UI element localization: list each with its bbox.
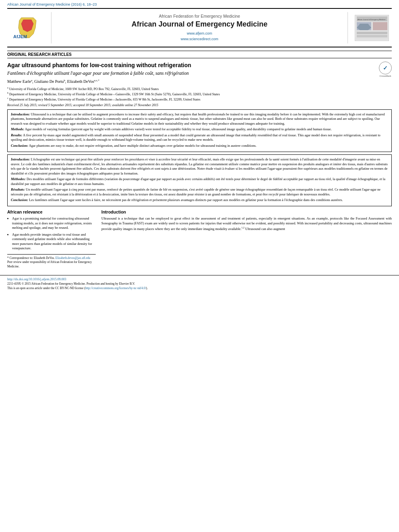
section-label: ORIGINAL RESEARCH ARTICLES bbox=[7, 51, 392, 58]
affil-b: Department of Emergency Medicine, Univer… bbox=[9, 92, 220, 96]
abstract-fr: Introduction: L'échographie est une tech… bbox=[7, 154, 392, 206]
abstract-methods-text-fr: Des modèles utilisant l'agar-agar de for… bbox=[11, 177, 385, 185]
svg-rect-8 bbox=[373, 22, 387, 30]
abstract-conclusion-label-fr: Conclusion: bbox=[11, 198, 28, 202]
article-title-en: Agar ultrasound phantoms for low-cost tr… bbox=[7, 62, 375, 69]
col-left: African relevance Agar is a promising ma… bbox=[7, 210, 96, 269]
affil-c: Department of Emergency Medicine, Univer… bbox=[9, 98, 200, 101]
abstract-intro-fr: Introduction: L'échographie est une tech… bbox=[11, 157, 388, 176]
introduction-title: Introduction bbox=[101, 210, 392, 214]
logo-left: AfJEM bbox=[7, 12, 51, 43]
affil-a: University of Florida College of Medicin… bbox=[9, 87, 159, 91]
abstract-results-text-en: A five percent by-mass agar model augmen… bbox=[11, 133, 380, 142]
footnote-peer-review: Peer review under responsibility of Afri… bbox=[7, 260, 96, 269]
svg-text:AfJEM: AfJEM bbox=[13, 34, 27, 39]
authors-line: Matthew Earlea, Giuliano De Portub, Eliz… bbox=[7, 79, 392, 84]
intro-superscript: 1,2 bbox=[241, 226, 245, 229]
abstract-methods-label-fr: Méthodes: bbox=[11, 177, 26, 181]
article-title-fr: Fantômes d'échographie utilisant l'agar-… bbox=[7, 70, 375, 76]
intro-text-end: Ultrasound can also augment bbox=[245, 227, 285, 231]
copyright-line: 2211-419X © 2015 African Federation for … bbox=[7, 282, 392, 290]
journal-link[interactable]: African Journal of Emergency Medicine (2… bbox=[7, 2, 97, 6]
crossmark-badge-container: CrossMark bbox=[379, 62, 392, 74]
abstract-methods-text-en: Agar models of varying formulas (percent… bbox=[25, 127, 332, 131]
relevance-item-1: Agar is a promising material for constru… bbox=[12, 216, 96, 230]
abstract-conclusion-fr: Conclusion: Les fantômes utilisant l'aga… bbox=[11, 198, 388, 202]
svg-text:African Journal of Emergency M: African Journal of Emergency Medicine bbox=[358, 18, 386, 21]
svg-rect-9 bbox=[357, 32, 387, 34]
abstract-intro-label-en: Introduction: bbox=[11, 112, 30, 116]
footnote-email[interactable]: Elizabeth.devos@jax.ufl.edu bbox=[56, 256, 90, 260]
abstract-intro-label-fr: Introduction: bbox=[11, 157, 30, 161]
introduction-text: Ultrasound is a technique that can be em… bbox=[101, 216, 392, 231]
footnote-correspondence: * Correspondence to: Elizabeth DeVos. El… bbox=[7, 256, 96, 261]
afjem-logo-svg: AfJEM bbox=[11, 16, 43, 40]
abstract-methods-label-en: Methods: bbox=[11, 127, 24, 131]
crossmark-icon bbox=[379, 62, 392, 74]
header-center: African Federation for Emergency Medicin… bbox=[51, 12, 348, 43]
abstract-methods-fr: Méthodes: Des modèles utilisant l'agar-a… bbox=[11, 177, 388, 186]
svg-rect-10 bbox=[357, 35, 387, 37]
footnote-section: * Correspondence to: Elizabeth DeVos. El… bbox=[7, 254, 96, 269]
logo-right: African Journal of Emergency Medicine bbox=[348, 12, 392, 43]
abstract-intro-en: Introduction: Ultrasound is a technique … bbox=[11, 112, 388, 126]
abstract-results-label-fr: Résultats: bbox=[11, 187, 25, 191]
abstract-intro-text-fr: L'échographie est une technique qui peut… bbox=[11, 157, 388, 175]
abstract-results-label-en: Results: bbox=[11, 133, 22, 137]
african-relevance-list: Agar is a promising material for constru… bbox=[7, 216, 96, 251]
crossmark-label: CrossMark bbox=[379, 75, 392, 77]
open-access-text: This is an open access article under the… bbox=[7, 286, 148, 290]
header-urls: www.afjem.com www.sciencedirect.com bbox=[56, 31, 343, 42]
page: African Journal of Emergency Medicine (2… bbox=[0, 0, 399, 532]
abstract-results-fr: Résultats: Un modèle utilisant l'agar-ag… bbox=[11, 187, 388, 197]
african-relevance-title: African relevance bbox=[7, 210, 96, 214]
abstract-results-en: Results: A five percent by-mass agar mod… bbox=[11, 133, 388, 142]
affiliations: a University of Florida College of Medic… bbox=[7, 86, 392, 102]
right-journal-image: African Journal of Emergency Medicine bbox=[355, 15, 389, 41]
abstract-results-text-fr: Un modèle utilisant l'agar-agar à cinq p… bbox=[11, 187, 380, 196]
abstract-intro-text-en: Ultrasound is a technique that can be ut… bbox=[11, 112, 385, 125]
col-right: Introduction Ultrasound is a technique t… bbox=[101, 210, 392, 269]
doi-link[interactable]: http://dx.doi.org/10.1016/j.afjem.2015.0… bbox=[7, 277, 66, 281]
abstract-conclusion-text-fr: Les fantômes utilisant l'agar-agar sont … bbox=[29, 198, 343, 202]
abstract-conclusion-text-en: Agar phantoms are easy to make, do not r… bbox=[29, 144, 257, 148]
abstract-conclusion-label-en: Conclusion: bbox=[11, 144, 28, 148]
abstract-methods-en: Methods: Agar models of varying formulas… bbox=[11, 127, 388, 131]
relevance-item-2: Agar models provide images similar to re… bbox=[12, 232, 96, 251]
two-col-section: African relevance Agar is a promising ma… bbox=[7, 210, 392, 269]
received-line: Received 25 July 2015; revised 5 Septemb… bbox=[7, 103, 392, 107]
doi-line: http://dx.doi.org/10.1016/j.afjem.2015.0… bbox=[7, 277, 392, 281]
bottom-bar: http://dx.doi.org/10.1016/j.afjem.2015.0… bbox=[0, 275, 399, 292]
abstract-conclusion-en: Conclusion: Agar phantoms are easy to ma… bbox=[11, 144, 388, 148]
url2[interactable]: www.sciencedirect.com bbox=[181, 37, 218, 41]
federation-name: African Federation for Emergency Medicin… bbox=[56, 14, 343, 18]
top-bar: African Journal of Emergency Medicine (2… bbox=[0, 0, 399, 8]
license-link[interactable]: http://creativecommons.org/licenses/by-n… bbox=[85, 286, 146, 290]
main-content: ORIGINAL RESEARCH ARTICLES Agar ultrasou… bbox=[0, 47, 399, 272]
journal-title: African Journal of Emergency Medicine bbox=[56, 20, 343, 29]
journal-header: AfJEM African Federation for Emergency M… bbox=[7, 8, 392, 47]
abstract-en: Introduction: Ultrasound is a technique … bbox=[7, 109, 392, 152]
copyright-text: 2211-419X © 2015 African Federation for … bbox=[7, 282, 135, 286]
url1[interactable]: www.afjem.com bbox=[187, 31, 212, 35]
